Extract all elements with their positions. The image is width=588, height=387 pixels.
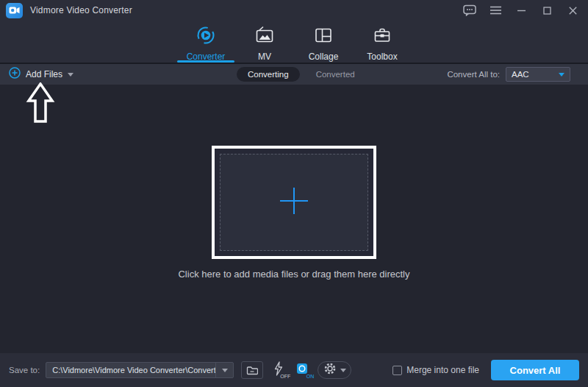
convert-all-to-group: Convert All to: AAC — [447, 67, 570, 82]
tab-toolbox[interactable]: Toolbox — [359, 21, 406, 63]
converter-icon — [196, 26, 215, 48]
minimize-button[interactable] — [514, 4, 528, 17]
settings-button[interactable] — [318, 361, 351, 379]
collage-icon — [314, 26, 333, 48]
add-files-button[interactable]: Add Files — [9, 67, 74, 82]
hardware-acceleration-state: OFF — [280, 374, 290, 379]
output-format-value: AAC — [512, 70, 559, 79]
convert-all-to-label: Convert All to: — [447, 70, 500, 79]
chevron-down-icon[interactable] — [215, 363, 233, 377]
chevron-down-icon — [340, 369, 346, 372]
convert-all-button[interactable]: Convert All — [491, 360, 579, 380]
add-circle-icon — [9, 67, 21, 82]
maximize-button[interactable] — [540, 4, 553, 17]
open-folder-button[interactable] — [241, 361, 263, 379]
merge-checkbox[interactable] — [392, 366, 402, 375]
add-files-label: Add Files — [26, 69, 62, 79]
tab-converter-label: Converter — [187, 52, 226, 62]
queue-tabs: Converting Converted — [237, 64, 355, 85]
app-window: Vidmore Video Converter — [0, 0, 588, 387]
save-path-value: C:\Vidmore\Vidmore Video Converter\Conve… — [46, 366, 215, 374]
tab-mv[interactable]: MV — [241, 21, 288, 63]
main-area: Click here to add media files or drag th… — [0, 85, 588, 353]
merge-label: Merge into one file — [406, 365, 479, 375]
gear-icon — [323, 362, 337, 378]
tab-collage-label: Collage — [309, 52, 339, 62]
tab-mv-label: MV — [258, 52, 271, 62]
toolbox-icon — [373, 26, 392, 48]
app-title: Vidmore Video Converter — [30, 5, 132, 15]
toolbar: Add Files Converting Converted Convert A… — [0, 64, 588, 85]
output-format-select[interactable]: AAC — [506, 67, 570, 82]
tab-converter[interactable]: Converter — [182, 21, 229, 63]
media-dropzone-inner[interactable] — [220, 154, 368, 251]
chevron-down-icon — [559, 73, 564, 77]
gpu-acceleration-state: ON — [306, 374, 315, 379]
mv-icon — [255, 26, 274, 48]
tab-collage[interactable]: Collage — [300, 21, 347, 63]
titlebar: Vidmore Video Converter — [0, 0, 588, 21]
app-logo-icon — [6, 3, 23, 18]
main-nav: Converter MV Collage — [0, 21, 588, 63]
dropzone-hint-text: Click here to add media files or drag th… — [0, 269, 588, 280]
footer-bar: Save to: C:\Vidmore\Vidmore Video Conver… — [0, 353, 588, 387]
tab-converting[interactable]: Converting — [237, 67, 300, 82]
save-to-label: Save to: — [9, 366, 40, 374]
gpu-acceleration-toggle[interactable]: ON — [293, 361, 312, 379]
tab-toolbox-label: Toolbox — [367, 52, 397, 62]
chevron-down-icon — [68, 73, 74, 77]
close-button[interactable] — [566, 4, 579, 17]
hardware-acceleration-toggle[interactable]: OFF — [269, 361, 288, 379]
feedback-icon[interactable] — [463, 4, 476, 17]
menu-icon[interactable] — [489, 4, 502, 17]
plus-icon — [279, 186, 309, 219]
annotation-arrow-up-icon — [24, 82, 57, 127]
save-path-select[interactable]: C:\Vidmore\Vidmore Video Converter\Conve… — [46, 362, 234, 378]
media-dropzone[interactable] — [212, 146, 376, 259]
tab-converted[interactable]: Converted — [316, 70, 355, 79]
merge-into-one-file-option[interactable]: Merge into one file — [392, 365, 479, 375]
